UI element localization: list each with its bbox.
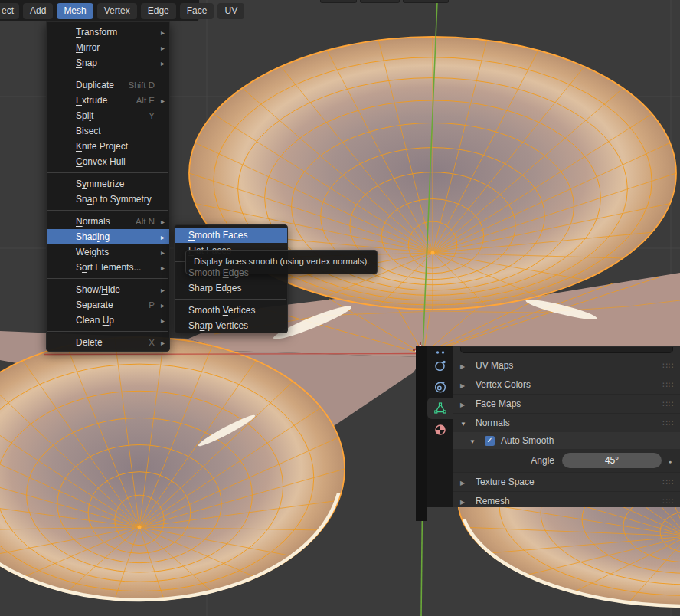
menu-item-label: Smooth Faces [188, 230, 247, 241]
panel-header-texture-space[interactable]: Texture Space [453, 472, 680, 491]
menu-item-sort-elements[interactable]: Sort Elements...▸ [47, 260, 169, 275]
shortcut-label: X [149, 338, 156, 347]
submenu-arrow-icon: ▸ [156, 97, 165, 105]
menu-item-mirror[interactable]: Mirror▸ [47, 40, 169, 55]
menu-item-label: Convex Hull [76, 156, 126, 167]
header-ghost-tab [403, 0, 449, 3]
menu-item-label: Weights [76, 247, 109, 257]
chevron-right-icon [460, 398, 471, 409]
menu-item-symmetrize[interactable]: Symmetrize [47, 176, 169, 192]
drag-grip-icon[interactable] [662, 399, 674, 409]
submenu-arrow-icon: ▸ [156, 248, 165, 257]
menu-button-vertex[interactable]: Vertex [97, 3, 137, 19]
menu-button-add[interactable]: Add [23, 3, 53, 19]
menu-item-label: Snap [76, 57, 97, 68]
chevron-right-icon [460, 360, 471, 371]
properties-content: UV Maps Vertex Colors Face Maps Normals [453, 346, 680, 507]
menu-item-duplicate[interactable]: DuplicateShift D [47, 77, 169, 93]
physics-icon[interactable] [427, 376, 453, 398]
panel-header-normals[interactable]: Normals [453, 413, 680, 432]
chevron-right-icon [460, 477, 471, 487]
menu-item-show-hide[interactable]: Show/Hide▸ [47, 282, 169, 297]
panel-label: UV Maps [476, 360, 513, 371]
menu-item-label: Clean Up [76, 315, 114, 326]
animate-dot-icon[interactable] [669, 455, 672, 466]
menu-item-label: Smooth Edges [188, 267, 249, 278]
auto-smooth-checkbox[interactable] [485, 436, 495, 446]
menu-item-sharp-edges[interactable]: Sharp Edges [175, 280, 287, 296]
menu-item-snap-to-symmetry[interactable]: Snap to Symmetry [47, 192, 169, 207]
object-data-icon[interactable] [427, 398, 453, 419]
menu-item-label: Shading [76, 231, 110, 242]
panel-header-remesh[interactable]: Remesh [453, 491, 680, 507]
modifier-partial-icon[interactable] [427, 346, 453, 355]
auto-smooth-label: Auto Smooth [501, 435, 554, 446]
menu-item-shading[interactable]: Shading▸ [47, 229, 169, 244]
menu-item-label: Smooth Vertices [188, 305, 255, 316]
menu-item-knife-project[interactable]: Knife Project [47, 139, 169, 154]
menu-button-edge[interactable]: Edge [141, 3, 176, 19]
panel-header-vertex-colors[interactable]: Vertex Colors [453, 375, 680, 394]
menu-item-separate[interactable]: SeparateP▸ [47, 297, 169, 313]
chevron-right-icon [460, 496, 471, 506]
shading-submenu: Smooth FacesFlat FacesSmooth EdgesSharp … [174, 224, 288, 333]
menu-item-smooth-edges[interactable]: Smooth Edges [175, 265, 287, 280]
menu-item-convex-hull[interactable]: Convex Hull [47, 154, 169, 169]
menu-button-mesh[interactable]: Mesh [57, 3, 93, 19]
menu-button-ect[interactable]: ect [0, 3, 19, 19]
menu-item-label: Sort Elements... [76, 262, 141, 273]
menu-item-smooth-vertices[interactable]: Smooth Vertices [175, 303, 287, 318]
panel-label: Face Maps [476, 398, 521, 409]
panel-border-strip [416, 346, 427, 507]
menu-item-weights[interactable]: Weights▸ [47, 244, 169, 260]
render-icon[interactable] [427, 355, 453, 376]
menu-item-delete[interactable]: DeleteX▸ [47, 335, 169, 350]
menu-item-extrude[interactable]: ExtrudeAlt E▸ [47, 93, 169, 108]
angle-field[interactable]: 45° [562, 453, 662, 468]
auto-smooth-row[interactable]: Auto Smooth [453, 432, 680, 449]
menu-button-face[interactable]: Face [180, 3, 214, 19]
submenu-arrow-icon: ▸ [156, 218, 165, 226]
chevron-down-icon [469, 435, 480, 446]
menu-item-split[interactable]: SplitY [47, 108, 169, 123]
menu-item-label: Duplicate [76, 80, 114, 90]
menu-separator [47, 172, 168, 173]
menu-item-snap[interactable]: Snap▸ [47, 55, 169, 70]
menu-button-uv[interactable]: UV [217, 3, 244, 19]
angle-row: Angle 45° [453, 449, 680, 472]
submenu-arrow-icon: ▸ [156, 233, 165, 241]
panel-label: Texture Space [476, 477, 535, 487]
properties-tab-bar [427, 346, 453, 507]
drag-grip-icon[interactable] [662, 477, 674, 487]
clipped-list-box[interactable] [460, 347, 673, 353]
submenu-arrow-icon: ▸ [156, 339, 165, 347]
menu-item-label: Show/Hide [76, 284, 120, 295]
drag-grip-icon[interactable] [662, 418, 674, 428]
panel-header-face-maps[interactable]: Face Maps [453, 394, 680, 413]
menu-item-clean-up[interactable]: Clean Up▸ [47, 313, 169, 328]
menu-item-smooth-faces[interactable]: Smooth Faces [175, 228, 287, 243]
shortcut-label: P [149, 300, 156, 310]
drag-grip-icon[interactable] [662, 496, 674, 506]
panel-border-strip [416, 507, 427, 521]
viewport-header-menus: ectAddMeshVertexEdgeFaceUV [0, 0, 199, 21]
header-ghost-tab [320, 0, 357, 3]
header-ghost-tab [360, 0, 400, 3]
properties-panel: UV Maps Vertex Colors Face Maps Normals [416, 346, 680, 507]
panel-header-uv-maps[interactable]: UV Maps [453, 356, 680, 375]
menu-item-sharp-vertices[interactable]: Sharp Vertices [175, 318, 287, 333]
material-icon[interactable] [427, 419, 453, 441]
chevron-right-icon [460, 379, 471, 390]
panel-label: Vertex Colors [476, 379, 531, 390]
drag-grip-icon[interactable] [662, 361, 674, 371]
menu-item-label: Sharp Vertices [188, 320, 248, 331]
shortcut-label: Y [149, 111, 156, 120]
menu-separator [175, 299, 286, 300]
shortcut-label: Alt N [136, 217, 156, 226]
submenu-arrow-icon: ▸ [156, 44, 165, 52]
menu-item-normals[interactable]: NormalsAlt N▸ [47, 214, 169, 229]
menu-item-transform[interactable]: Transform▸ [47, 25, 169, 40]
menu-item-bisect[interactable]: Bisect [47, 123, 169, 139]
drag-grip-icon[interactable] [662, 380, 674, 390]
submenu-arrow-icon: ▸ [156, 316, 165, 325]
